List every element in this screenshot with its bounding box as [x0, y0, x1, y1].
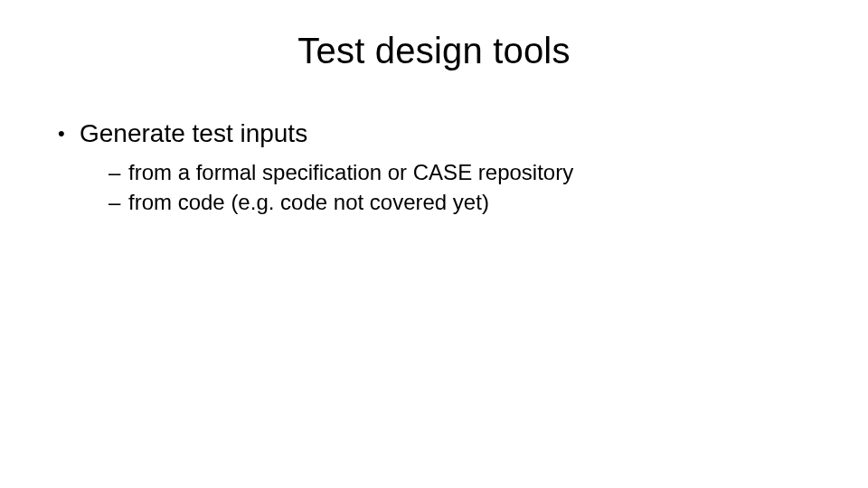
bullet-level-1: Generate test inputs [54, 117, 814, 149]
bullet-level-2: from code (e.g. code not covered yet) [54, 188, 814, 216]
slide-body: Generate test inputs from a formal speci… [54, 117, 814, 218]
bullet-level-2: from a formal specification or CASE repo… [54, 158, 814, 186]
slide-title: Test design tools [0, 31, 868, 71]
slide: Test design tools Generate test inputs f… [0, 0, 868, 488]
